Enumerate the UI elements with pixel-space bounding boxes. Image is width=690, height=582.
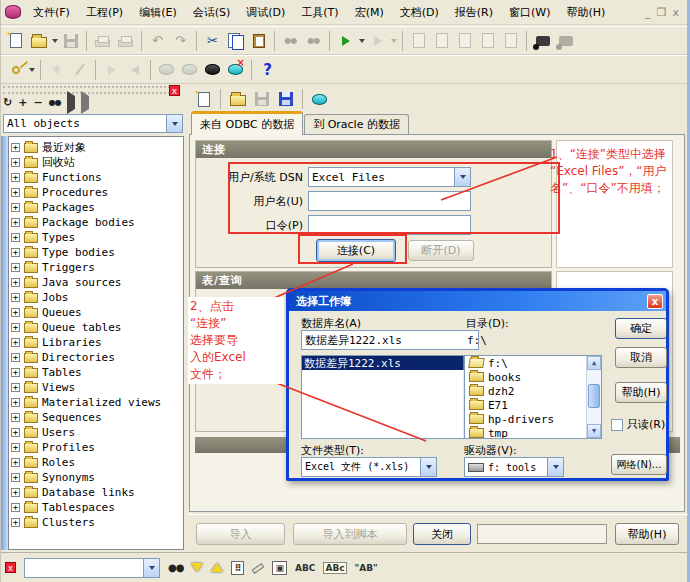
directory-list[interactable]: f:\ books dzh2 E71 hp-drivers tmp ▲ ▼ (464, 355, 602, 439)
tree-item[interactable]: +Directories (11, 350, 183, 365)
dialog-close-icon[interactable]: x (647, 294, 663, 309)
close-icon[interactable]: x (672, 6, 679, 19)
tree-item[interactable]: +Tablespaces (11, 500, 183, 515)
scroll-down-icon[interactable]: ▼ (587, 424, 601, 438)
expand-icon[interactable]: + (11, 248, 20, 257)
menu-file[interactable]: 文件(F) (26, 2, 77, 23)
drive-combo[interactable]: f: tools (464, 457, 564, 477)
macro-record-icon[interactable] (532, 30, 553, 51)
importer-new-icon[interactable] (193, 89, 214, 110)
list-item[interactable]: E71 (465, 398, 601, 412)
list-item[interactable]: hp-drivers (465, 412, 601, 426)
menu-macro[interactable]: 宏(M) (348, 2, 391, 23)
expand-icon[interactable]: + (11, 353, 20, 362)
browser-filter-combo[interactable]: All objects (3, 114, 183, 133)
tab-from-odbc[interactable]: 来自 ODBC 的数据 (191, 111, 303, 135)
drive-chevron-icon[interactable] (547, 458, 563, 476)
paste-icon[interactable] (248, 30, 269, 51)
tree-item[interactable]: +Profiles (11, 440, 183, 455)
whole-word-icon[interactable]: ABc (323, 562, 346, 574)
chevron-down-icon[interactable] (166, 115, 182, 132)
directory-scrollbar[interactable]: ▲ ▼ (586, 356, 601, 438)
open-dropdown-icon[interactable] (52, 39, 58, 43)
list-item[interactable]: tmp (465, 426, 601, 439)
menu-session[interactable]: 会话(S) (186, 2, 238, 23)
scroll-up-icon[interactable]: ▲ (587, 356, 601, 370)
find-next-down-icon[interactable] (191, 563, 203, 572)
restore-icon[interactable]: ❐ (657, 6, 667, 19)
tree-item[interactable]: +Queue tables (11, 320, 183, 335)
quoted-match-icon[interactable]: "AB" (355, 563, 378, 573)
tree-item[interactable]: +Synonyms (11, 470, 183, 485)
tree-item[interactable]: +Materialized views (11, 395, 183, 410)
expand-icon[interactable]: + (11, 293, 20, 302)
expand-icon[interactable]: + (11, 413, 20, 422)
tree-item[interactable]: +回收站 (11, 155, 183, 170)
close-button[interactable]: 关闭 (413, 523, 471, 545)
open-icon[interactable] (28, 30, 49, 51)
readonly-checkbox[interactable] (611, 419, 623, 431)
list-item[interactable]: 数据差异1222.xls (302, 356, 478, 370)
tree-item[interactable]: +最近对象 (11, 140, 183, 155)
replace-icon[interactable]: ⠿ (231, 561, 244, 575)
expand-icon[interactable]: + (11, 383, 20, 392)
tree-item[interactable]: +Triggers (11, 260, 183, 275)
ok-button[interactable]: 确定 (615, 318, 667, 339)
expand-icon[interactable]: + (11, 503, 20, 512)
expand-all-icon[interactable]: + (18, 96, 27, 109)
logon-dropdown-icon[interactable] (29, 68, 35, 72)
menu-tools[interactable]: 工具(T) (294, 2, 345, 23)
tab-to-oracle[interactable]: 到 Oracle 的数据 (304, 114, 409, 135)
menu-report[interactable]: 报告(R) (448, 2, 500, 23)
db-name-input[interactable]: 数据差异1222.xls (301, 330, 479, 350)
minimize-icon[interactable]: _ (645, 6, 651, 19)
dsn-chevron-down-icon[interactable] (454, 168, 470, 186)
dsn-combo[interactable]: Excel Files (308, 167, 471, 187)
copy-icon[interactable] (225, 30, 246, 51)
tree-item[interactable]: +Queues (11, 305, 183, 320)
expand-icon[interactable]: + (11, 443, 20, 452)
menu-window[interactable]: 窗口(W) (502, 2, 557, 23)
expand-icon[interactable]: + (11, 263, 20, 272)
tree-item[interactable]: +Clusters (11, 515, 183, 530)
find-prev-up-icon[interactable] (211, 563, 223, 572)
menu-edit[interactable]: 编辑(E) (132, 2, 184, 23)
tree-item[interactable]: +Database links (11, 485, 183, 500)
connect-button[interactable]: 连接(C) (316, 239, 396, 262)
db-file-list[interactable]: 数据差异1222.xls ▲ ▼ (301, 355, 479, 439)
scroll-thumb[interactable] (588, 384, 600, 408)
expand-icon[interactable]: + (11, 323, 20, 332)
network-button[interactable]: 网络(N)... (611, 454, 667, 475)
rollback-db-icon[interactable] (225, 59, 246, 80)
username-field[interactable] (308, 191, 471, 211)
tree-item[interactable]: +Tables (11, 365, 183, 380)
browser-find-icon[interactable]: ●● (49, 98, 61, 107)
password-field[interactable] (308, 215, 471, 235)
expand-icon[interactable]: + (11, 173, 20, 182)
dialog-help-button[interactable]: 帮助(H) (615, 382, 667, 403)
tree-item[interactable]: +Jobs (11, 290, 183, 305)
expand-icon[interactable]: + (11, 278, 20, 287)
find-bar-search-icon[interactable]: ●● (168, 562, 183, 573)
import-dropdown-icon[interactable] (359, 39, 365, 43)
expand-icon[interactable]: + (11, 338, 20, 347)
find-combo[interactable] (24, 558, 160, 578)
tree-item[interactable]: +Packages (11, 200, 183, 215)
tree-item[interactable]: +Roles (11, 455, 183, 470)
menu-document[interactable]: 文档(D) (393, 2, 446, 23)
expand-icon[interactable]: + (11, 398, 20, 407)
importer-save-as-icon[interactable] (275, 89, 296, 110)
menu-project[interactable]: 工程(P) (79, 2, 130, 23)
cut-icon[interactable]: ✂ (202, 30, 223, 51)
expand-icon[interactable]: + (11, 188, 20, 197)
expand-icon[interactable]: + (11, 518, 20, 527)
eraser-icon[interactable] (252, 561, 264, 574)
tree-item[interactable]: +Functions (11, 170, 183, 185)
window-option-icon[interactable]: ▣ (272, 561, 287, 575)
file-type-chevron-icon[interactable] (420, 458, 436, 476)
menu-debug[interactable]: 调试(D) (239, 2, 292, 23)
list-item[interactable]: books (465, 370, 601, 384)
expand-icon[interactable]: + (11, 158, 20, 167)
match-case-icon[interactable]: ABC (295, 563, 315, 573)
expand-icon[interactable]: + (11, 203, 20, 212)
